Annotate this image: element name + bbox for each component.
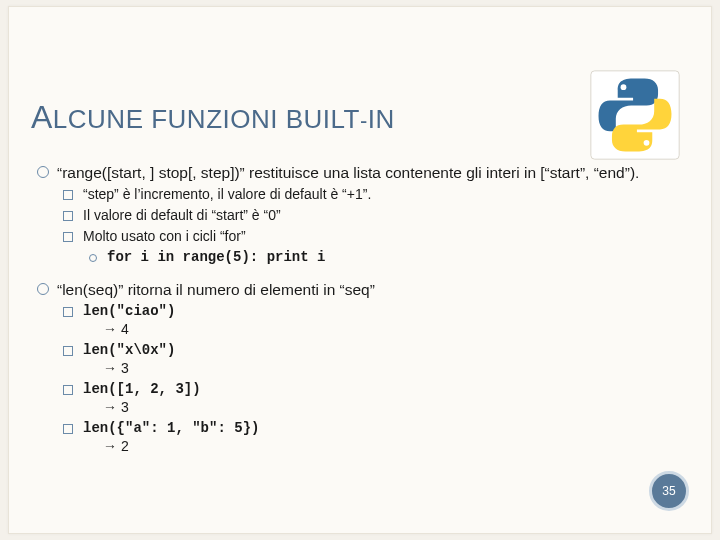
svg-point-2 (644, 140, 650, 146)
len-result: → 3 (103, 360, 683, 378)
square-icon (63, 424, 73, 434)
sub-bullet: Molto usato con i cicli “for” (63, 228, 683, 246)
square-icon (63, 211, 73, 221)
code-example-range: for i in range(5): print i (89, 249, 683, 267)
sub-bullet: Il valore di default di “start” è “0” (63, 207, 683, 225)
square-icon (63, 385, 73, 395)
len-example: len("ciao") (63, 303, 683, 321)
page-number-badge: 35 (649, 471, 689, 511)
ring-icon (37, 166, 49, 178)
square-icon (63, 307, 73, 317)
len-example: len("x\0x") (63, 342, 683, 360)
svg-point-1 (621, 84, 627, 90)
python-logo-icon (587, 67, 683, 163)
square-icon (63, 232, 73, 242)
slide: ALCUNE FUNZIONI BUILT-IN “range([start, … (8, 6, 712, 534)
len-example: len({"a": 1, "b": 5}) (63, 420, 683, 438)
square-icon (63, 346, 73, 356)
len-result: → 2 (103, 438, 683, 456)
content: “range([start, ] stop[, step])” restitui… (37, 157, 683, 456)
len-example: len([1, 2, 3]) (63, 381, 683, 399)
ring-icon (37, 283, 49, 295)
square-icon (63, 190, 73, 200)
bullet-len: “len(seq)” ritorna il numero di elementi… (37, 280, 683, 300)
slide-title: ALCUNE FUNZIONI BUILT-IN (31, 99, 395, 136)
bullet-range: “range([start, ] stop[, step])” restitui… (37, 163, 683, 183)
len-result: → 4 (103, 321, 683, 339)
len-result: → 3 (103, 399, 683, 417)
dot-icon (89, 254, 97, 262)
sub-bullet: “step” è l’incremento, il valore di defa… (63, 186, 683, 204)
